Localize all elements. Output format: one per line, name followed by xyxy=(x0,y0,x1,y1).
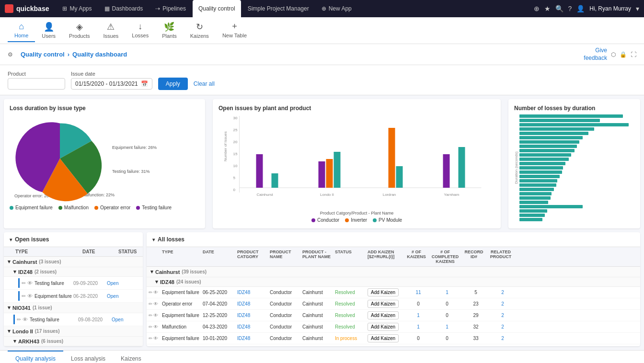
eye-icon[interactable]: 👁 xyxy=(153,336,158,341)
edit-icon[interactable]: ✏ xyxy=(22,293,26,299)
loss-related[interactable]: 2 xyxy=(488,336,517,341)
loss-prodid[interactable]: IDZ48 xyxy=(237,301,270,306)
loss-addkaizen[interactable]: Add Kaizen xyxy=(368,288,406,296)
nav-home[interactable]: ⌂ Home xyxy=(8,19,35,42)
eye-icon[interactable]: 👁 xyxy=(153,324,158,329)
star-icon[interactable]: ★ xyxy=(544,5,551,12)
pie-labels: Equipment failure: 26% Testing failure: … xyxy=(112,145,199,174)
eye-icon[interactable]: 👁 xyxy=(153,301,158,306)
add-kaizen-button[interactable]: Add Kaizen xyxy=(368,300,399,308)
nav-plants[interactable]: 🌿 Plants xyxy=(155,19,184,43)
loss-related[interactable]: 2 xyxy=(488,324,517,329)
add-icon[interactable]: ⊕ xyxy=(534,5,540,12)
loss-addkaizen[interactable]: Add Kaizen xyxy=(368,300,406,308)
add-kaizen-button[interactable]: Add Kaizen xyxy=(368,334,399,342)
eye-icon[interactable]: 👁 xyxy=(23,317,28,322)
loss-numk[interactable]: 1 xyxy=(406,324,431,329)
eye-icon[interactable]: 👁 xyxy=(153,290,158,295)
tab-quality-analysis[interactable]: Quality analysis xyxy=(8,351,63,363)
svg-rect-19 xyxy=(389,128,395,188)
tab-new-app[interactable]: ⊕ New App xyxy=(316,0,357,17)
loss-related[interactable]: 2 xyxy=(488,313,517,318)
issues-subgroup-arkh43[interactable]: ▾ ARKH43 (6 issues) xyxy=(4,337,143,346)
edit-icon[interactable]: ✏ xyxy=(149,324,152,329)
losses-table-header: TYPE DATE PRODUCT CATGORY PRODUCT NAME P… xyxy=(147,247,640,267)
loss-complk[interactable]: 1 xyxy=(431,290,463,295)
loss-numk[interactable]: 11 xyxy=(406,290,431,295)
lock-icon[interactable]: 🔒 xyxy=(620,51,627,58)
chevron-down-icon: ▾ xyxy=(155,279,158,285)
add-kaizen-button[interactable]: Add Kaizen xyxy=(368,311,399,319)
loss-complk: 0 xyxy=(431,336,463,341)
edit-icon[interactable]: ✏ xyxy=(149,301,152,306)
loss-prodid[interactable]: IDZ48 xyxy=(237,313,270,318)
loss-prodid[interactable]: IDZ48 xyxy=(237,290,270,295)
tab-myapps[interactable]: ⊞ My Apps xyxy=(57,0,97,17)
eye-icon[interactable]: 👁 xyxy=(27,293,33,299)
date-range-input[interactable]: 01/15/2020 - 01/13/2021 📅 xyxy=(71,78,152,90)
tab-pipelines[interactable]: ⇢ Pipelines xyxy=(150,0,192,17)
user-icon[interactable]: 👤 xyxy=(576,5,585,12)
nav-kaizens[interactable]: ↻ Kaizens xyxy=(184,19,216,43)
loss-addkaizen[interactable]: Add Kaizen xyxy=(368,334,406,342)
losses-group-cainhurst[interactable]: ▾ Cainhurst (39 issues) xyxy=(147,267,640,277)
losses-subgroup-idz48[interactable]: ▾ IDZ48 (24 issues) xyxy=(147,277,640,287)
product-select[interactable] xyxy=(8,78,65,90)
chevron-down-icon[interactable]: ▾ xyxy=(636,5,639,12)
nav-users[interactable]: 👤 Users xyxy=(35,19,62,43)
loss-prodid[interactable]: IDZ48 xyxy=(237,336,270,341)
legend-dot-equip xyxy=(10,206,13,210)
nav-losses[interactable]: ↓ Losses xyxy=(125,19,155,42)
svg-text:Cainhurst: Cainhurst xyxy=(256,193,273,197)
loss-record: 33 xyxy=(463,336,488,341)
settings-icon[interactable]: ⚙ xyxy=(8,51,13,58)
issues-subgroup-idz48[interactable]: ▾ IDZ48 (2 issues) xyxy=(4,267,143,277)
nav-products[interactable]: ◈ Products xyxy=(62,19,96,43)
tab-loss-analysis[interactable]: Loss analysis xyxy=(63,351,113,363)
calendar-icon[interactable]: 📅 xyxy=(141,80,148,87)
dur-bar-16 xyxy=(519,179,557,182)
nav-new-table[interactable]: + New Table xyxy=(216,19,253,42)
issues-group-nio341[interactable]: ▾ NIO341 (1 issue) xyxy=(4,303,143,313)
clear-button[interactable]: Clear all xyxy=(194,80,215,87)
issue-type: Testing failure xyxy=(34,281,73,286)
losses-data-row: ✏ 👁 Malfunction 04-23-2020 IDZ48 Conduct… xyxy=(147,321,640,333)
tab-simple-pm[interactable]: Simple Project Manager xyxy=(242,0,315,17)
add-kaizen-button[interactable]: Add Kaizen xyxy=(368,323,399,331)
nav-issues[interactable]: ⚠ Issues xyxy=(97,19,126,43)
losses-collapse[interactable]: ▾ xyxy=(152,237,155,242)
edit-icon[interactable]: ✏ xyxy=(149,336,152,341)
tab-quality-control[interactable]: Quality control xyxy=(193,0,241,17)
loss-numk[interactable]: 1 xyxy=(406,313,431,318)
all-losses-title: All losses xyxy=(158,236,184,243)
svg-text:10: 10 xyxy=(233,164,238,168)
loss-prodid[interactable]: IDZ48 xyxy=(237,324,270,329)
help-icon[interactable]: ? xyxy=(568,5,572,12)
dashboards-icon: ▦ xyxy=(104,5,110,12)
edit-icon[interactable]: ✏ xyxy=(149,290,152,295)
svg-rect-12 xyxy=(272,173,278,188)
issues-group-londoII[interactable]: ▾ Londo II (17 issues) xyxy=(4,326,143,337)
loss-related[interactable]: 2 xyxy=(488,290,517,295)
edit-icon[interactable]: ✏ xyxy=(17,317,21,323)
edit-icon[interactable]: ✏ xyxy=(149,313,152,318)
loss-complk[interactable]: 1 xyxy=(431,324,463,329)
loss-status: Resolved xyxy=(335,313,368,318)
issues-group-cainhurst[interactable]: ▾ Cainhurst (3 issues) xyxy=(4,257,143,267)
eye-icon[interactable]: 👁 xyxy=(153,313,158,318)
eye-icon[interactable]: 👁 xyxy=(27,280,33,286)
share-icon[interactable]: ⬡ xyxy=(611,51,616,58)
loss-addkaizen[interactable]: Add Kaizen xyxy=(368,311,406,319)
tab-dashboards[interactable]: ▦ Dashboards xyxy=(99,0,149,17)
edit-icon[interactable]: ✏ xyxy=(22,280,26,286)
tab-kaizens[interactable]: Kaizens xyxy=(113,351,149,363)
plants-icon: 🌿 xyxy=(164,22,174,32)
add-kaizen-button[interactable]: Add Kaizen xyxy=(368,288,399,296)
loss-related[interactable]: 2 xyxy=(488,301,517,306)
open-issues-collapse[interactable]: ▾ xyxy=(10,237,12,242)
search-icon[interactable]: 🔍 xyxy=(555,5,564,12)
loss-addkaizen[interactable]: Add Kaizen xyxy=(368,323,406,331)
apply-button[interactable]: Apply xyxy=(158,78,188,90)
give-feedback-link[interactable]: Givefeedback xyxy=(584,47,607,62)
expand-icon[interactable]: ⛶ xyxy=(631,51,636,58)
